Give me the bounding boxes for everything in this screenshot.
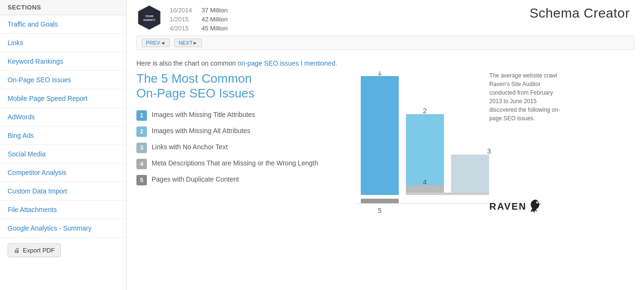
raven-logo-area: RAVEN (489, 199, 542, 214)
bar-5 (361, 199, 399, 203)
bar-base-4 (406, 193, 489, 195)
main-content: Schema Creator YOUR AGENCY 10/2014 37 Mi… (127, 0, 644, 290)
list-item: 3 Links with No Anchor Text (136, 143, 318, 153)
export-pdf-button[interactable]: 🖨 Export PDF (8, 243, 61, 257)
bar-chart-svg: 1 2 3 4 5 (337, 71, 503, 219)
chart-container: The 5 Most Common On-Page SEO Issues 1 I… (127, 71, 644, 223)
stat-val-3: 45 Million (202, 25, 228, 32)
printer-icon: 🖨 (14, 247, 20, 254)
list-item: 5 Pages with Duplicate Content (136, 175, 318, 185)
bar-label-1: 1 (378, 71, 382, 77)
raven-logo-text: RAVEN (489, 201, 527, 212)
pagination-row: PREV◄ NEXT► (136, 36, 634, 50)
issue-badge-5: 5 (136, 175, 147, 185)
sidebar: Sections Traffic and Goals Links Keyword… (0, 0, 127, 290)
issue-badge-4: 4 (136, 159, 147, 169)
sidebar-item-bing-ads[interactable]: Bing Ads (0, 126, 126, 145)
chart-title: The 5 Most Common On-Page SEO Issues (136, 71, 318, 101)
sidebar-item-links[interactable]: Links (0, 34, 126, 52)
chart-left: The 5 Most Common On-Page SEO Issues 1 I… (136, 71, 318, 185)
highlight-text: on-page SEO issues I mentioned. (238, 59, 337, 67)
issue-label-4: Meta Descriptions That are Missing or th… (152, 159, 318, 168)
bar-1 (361, 76, 399, 195)
prev-button[interactable]: PREV◄ (142, 39, 170, 47)
bar-3 (451, 155, 489, 195)
description-text: Here is also the chart on common on-page… (127, 54, 644, 71)
agency-logo: YOUR AGENCY (136, 5, 162, 30)
stat-val-1: 37 Million (202, 7, 228, 14)
sidebar-item-custom-data[interactable]: Custom Data Import (0, 182, 126, 201)
issues-list: 1 Images with Missing Title Attributes 2… (136, 110, 318, 185)
bar-label-4: 4 (423, 178, 427, 186)
sidebar-item-traffic-goals[interactable]: Traffic and Goals (0, 15, 126, 34)
sidebar-item-file-attachments[interactable]: File Attachments (0, 201, 126, 219)
sidebar-item-onpage-seo[interactable]: On-Page SEO Issues (0, 71, 126, 89)
raven-bird-icon (529, 199, 542, 214)
stat-val-2: 42 Million (202, 16, 228, 23)
bar-label-5: 5 (378, 207, 382, 214)
export-btn-wrap: 🖨 Export PDF (0, 238, 126, 263)
issue-label-5: Pages with Duplicate Content (152, 175, 239, 184)
list-item: 4 Meta Descriptions That are Missing or … (136, 159, 318, 169)
sidebar-item-mobile-speed[interactable]: Mobile Page Speed Report (0, 89, 126, 108)
stat-date-2: 1/2015 (170, 16, 196, 23)
chart-description: The average website crawl Raven's Site A… (489, 71, 563, 123)
sections-header: Sections (0, 0, 126, 15)
issue-label-2: Images with Missing Alt Attributes (152, 126, 250, 136)
stat-date-1: 10/2014 (170, 7, 196, 14)
sidebar-item-competitor-analysis[interactable]: Competitor Analysis (0, 164, 126, 182)
svg-text:AGENCY: AGENCY (143, 19, 155, 21)
next-button[interactable]: NEXT► (174, 39, 202, 47)
issue-badge-1: 1 (136, 110, 147, 121)
issue-label-1: Images with Missing Title Attributes (152, 110, 255, 120)
issue-badge-3: 3 (136, 143, 147, 153)
list-item: 1 Images with Missing Title Attributes (136, 110, 318, 121)
stats-list: 10/2014 37 Million 1/2015 42 Million 4/2… (170, 7, 228, 32)
issue-label-3: Links with No Anchor Text (152, 143, 228, 152)
schema-creator-title: Schema Creator (529, 6, 630, 21)
sidebar-item-keyword-rankings[interactable]: Keyword Rankings (0, 52, 126, 71)
sidebar-item-social-media[interactable]: Social Media (0, 145, 126, 164)
stat-row-2: 1/2015 42 Million (170, 16, 228, 23)
bar-label-2: 2 (423, 107, 427, 115)
stat-row-3: 4/2015 45 Million (170, 25, 228, 32)
sidebar-item-adwords[interactable]: AdWords (0, 108, 126, 126)
svg-point-3 (536, 202, 538, 203)
chart-right: 1 2 3 4 5 The average website craw (337, 71, 503, 219)
list-item: 2 Images with Missing Alt Attributes (136, 126, 318, 137)
svg-text:YOUR: YOUR (145, 15, 154, 18)
stat-row-1: 10/2014 37 Million (170, 7, 228, 14)
svg-marker-0 (138, 6, 160, 29)
hex-svg: YOUR AGENCY (136, 5, 162, 30)
stat-date-3: 4/2015 (170, 25, 196, 32)
issue-badge-2: 2 (136, 126, 147, 137)
bar-label-3: 3 (488, 147, 491, 155)
sidebar-item-ga-summary[interactable]: Google Analytics - Summary (0, 219, 126, 238)
